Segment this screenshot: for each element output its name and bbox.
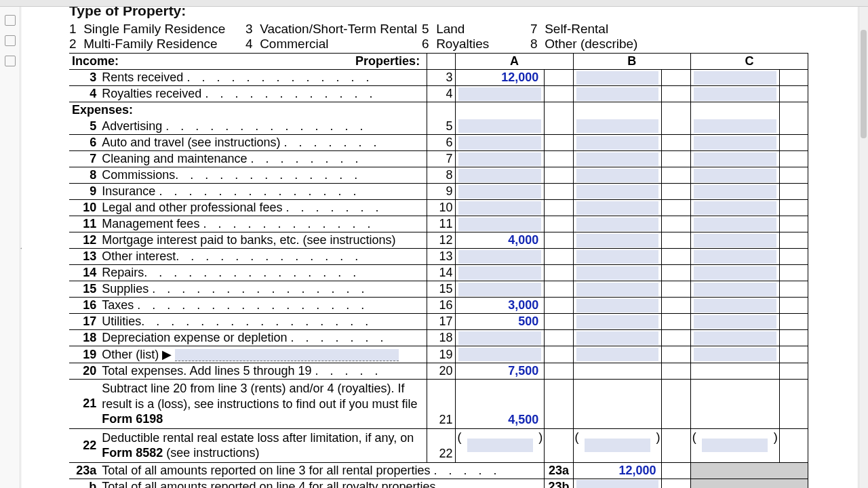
pdf-toolbar bbox=[0, 0, 868, 7]
